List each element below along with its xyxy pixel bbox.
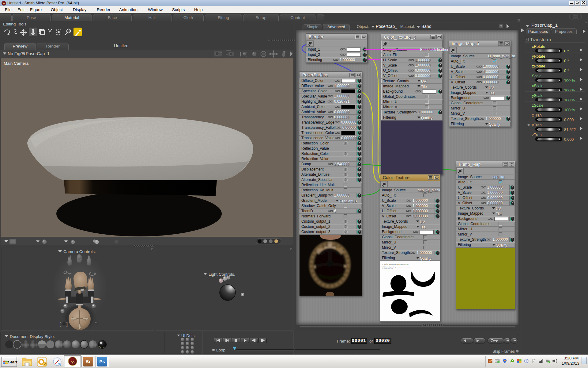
svg-text:[: [ [240,52,241,56]
svg-text:?: ? [345,152,346,155]
svg-text:?: ? [345,142,346,145]
svg-text:[: [ [59,321,61,327]
svg-text:?: ? [345,168,346,171]
svg-text:in artwork goes only: in artwork goes only [383,268,393,269]
svg-text:?: ? [345,220,346,223]
svg-text:]: ] [246,52,247,56]
svg-text:?: ? [345,173,346,176]
svg-text:Loop: Loop [216,348,225,352]
svg-text:?: ? [345,225,346,228]
svg-text:(TM) by the Zygote. All rights: (TM) by the Zygote. All rights reserved.… [383,266,412,268]
svg-text:?: ? [345,230,346,234]
svg-text:Br: Br [489,359,492,362]
svg-text:?: ? [500,25,502,28]
svg-text:]: ] [66,321,68,327]
svg-text:Cap for Zygote's Michael Model: Cap for Zygote's Michael Model [383,263,409,265]
svg-text:_ ____ __ ____: _ ____ __ ____ [320,242,331,243]
svg-text:?: ? [345,178,346,182]
